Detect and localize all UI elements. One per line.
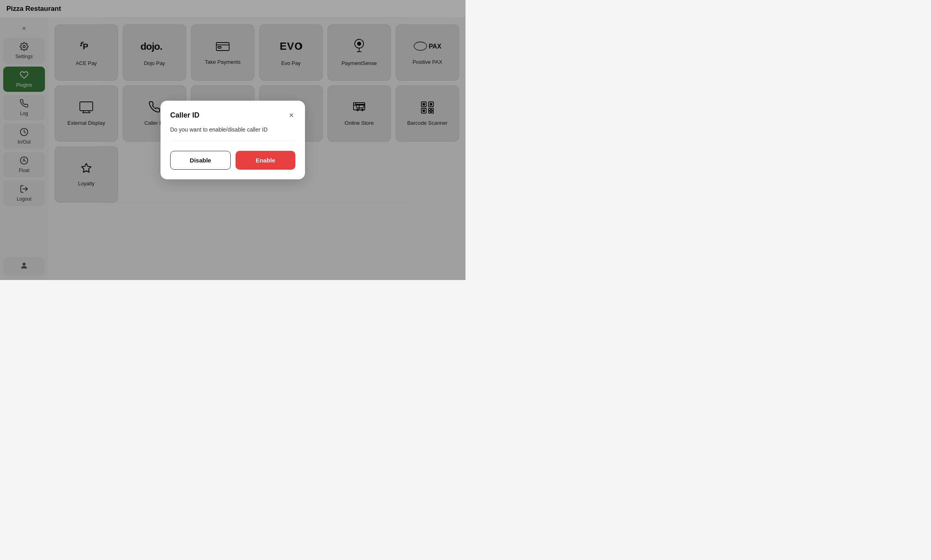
enable-button[interactable]: Enable: [236, 151, 295, 170]
dialog-close-button[interactable]: ×: [287, 110, 295, 120]
caller-id-dialog: Caller ID × Do you want to enable/disabl…: [161, 101, 305, 179]
dialog-message: Do you want to enable/disable caller ID: [170, 126, 295, 141]
dialog-header: Caller ID ×: [170, 110, 295, 120]
disable-button[interactable]: Disable: [170, 151, 231, 170]
modal-overlay: Caller ID × Do you want to enable/disabl…: [0, 0, 466, 280]
dialog-actions: Disable Enable: [170, 151, 295, 170]
dialog-title: Caller ID: [170, 111, 199, 120]
